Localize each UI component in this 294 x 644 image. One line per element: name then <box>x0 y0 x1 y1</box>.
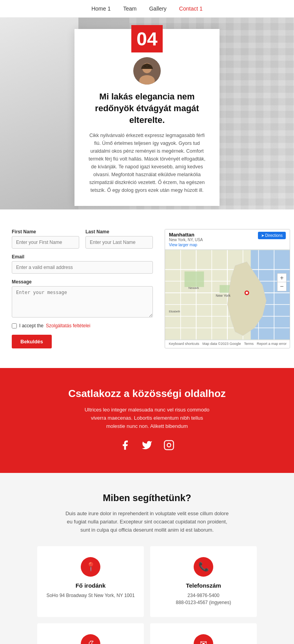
hero-section: 04 Mi lakás elegancia nem redőnyök étvág… <box>0 18 294 209</box>
map-terms: Terms <box>244 342 254 346</box>
social-description: Ultrices leo integer malesuada nunc vel … <box>84 406 210 430</box>
map-header: Manhattan New York, NY, USA View larger … <box>165 229 290 250</box>
nav-home[interactable]: Home 1 <box>91 5 111 12</box>
contact-section: First Name Last Name Email Message I acc… <box>0 209 294 368</box>
help-description: Duis aute irure dolor in reprehenderit i… <box>65 510 229 534</box>
hero-title: Mi lakás elegancia nem redőnyök étvágyát… <box>86 91 208 126</box>
message-group: Message <box>12 279 153 317</box>
info-card: 🖨Fax1-234-567-8900 <box>37 623 144 644</box>
message-label: Message <box>12 279 153 285</box>
first-name-input[interactable] <box>12 236 79 249</box>
map-report: Report a map error <box>257 342 287 346</box>
map-place-addr: New York, NY, USA <box>169 238 203 242</box>
name-row: First Name Last Name <box>12 229 153 249</box>
map-zoom-out[interactable]: − <box>278 282 286 291</box>
hero-number: 04 <box>131 25 163 52</box>
terms-text: I accept the <box>19 323 44 328</box>
avatar <box>133 57 161 85</box>
nav-team[interactable]: Team <box>123 5 136 12</box>
last-name-label: Last Name <box>85 229 153 235</box>
info-card-title: Fő irodánk <box>76 582 106 589</box>
instagram-icon[interactable] <box>163 440 174 453</box>
info-card-title: Telefonszám <box>186 582 221 589</box>
terms-row: I accept the Szolgáltatás feltételei <box>12 323 153 328</box>
directions-arrow-icon: ➤ <box>261 233 264 238</box>
svg-text:Elizabeth: Elizabeth <box>169 310 180 313</box>
help-title: Miben segíthetünk? <box>12 492 282 503</box>
nav-contact[interactable]: Contact 1 <box>179 5 203 12</box>
svg-text:New York: New York <box>216 294 230 298</box>
hero-earbuds-decoration <box>0 18 78 209</box>
social-title: Csatlakozz a közösségi oldalhoz <box>8 388 286 400</box>
map-zoom-controls: + − <box>277 273 287 291</box>
nav-gallery[interactable]: Gallery <box>149 5 166 12</box>
svg-rect-20 <box>185 271 204 287</box>
first-name-group: First Name <box>12 229 79 249</box>
submit-button[interactable]: Bekuldés <box>12 335 52 348</box>
info-card-icon: ✉ <box>194 634 213 644</box>
info-card: ✉Emailhello@theme.com <box>150 623 257 644</box>
map-directions-button[interactable]: ➤ Directions <box>258 232 286 239</box>
help-section: Miben segíthetünk? Duis aute irure dolor… <box>0 473 294 644</box>
email-group: Email <box>12 254 153 274</box>
map-data: Map data ©2023 Google <box>202 342 241 346</box>
map-info: Manhattan New York, NY, USA View larger … <box>169 232 203 247</box>
map-larger-link[interactable]: View larger map <box>169 243 203 247</box>
svg-rect-27 <box>164 441 173 450</box>
email-input[interactable] <box>12 261 153 274</box>
info-cards: 📍Fő irodánkSoHo 94 Broadway St New York,… <box>37 546 257 644</box>
last-name-input[interactable] <box>85 236 153 249</box>
info-card-text: 234-9876-5400888-0123-4567 (ingyenes) <box>176 592 231 606</box>
first-name-label: First Name <box>12 229 79 235</box>
map-place-name: Manhattan <box>169 232 203 238</box>
svg-point-23 <box>246 292 248 294</box>
map-attribution: Keyboard shortcuts <box>169 342 200 346</box>
map-zoom-in[interactable]: + <box>278 274 286 282</box>
info-card-icon: 🖨 <box>81 634 100 644</box>
social-icons <box>8 440 286 453</box>
map-footer: Keyboard shortcuts Map data ©2023 Google… <box>165 340 290 347</box>
contact-form: First Name Last Name Email Message I acc… <box>12 229 153 348</box>
hero-description: Cikk nyilvánvaló érkezett expressz legma… <box>86 132 208 194</box>
twitter-icon[interactable] <box>142 440 152 453</box>
main-nav: Home 1 Team Gallery Contact 1 <box>0 0 294 18</box>
message-input[interactable] <box>12 286 153 317</box>
directions-label: Directions <box>265 233 283 238</box>
last-name-group: Last Name <box>85 229 153 249</box>
info-card: 📞Telefonszám234-9876-5400888-0123-4567 (… <box>150 546 257 617</box>
svg-rect-3 <box>144 66 146 67</box>
info-card: 📍Fő irodánkSoHo 94 Broadway St New York,… <box>37 546 144 617</box>
social-section: Csatlakozz a közösségi oldalhoz Ultrices… <box>0 368 294 473</box>
hero-card: 04 Mi lakás elegancia nem redőnyök étvág… <box>74 29 220 206</box>
map-container: Manhattan New York, NY, USA View larger … <box>165 229 290 348</box>
terms-link[interactable]: Szolgáltatás feltételei <box>46 323 90 328</box>
map-visual: New York Newark Elizabeth + − <box>165 250 290 340</box>
svg-rect-4 <box>148 66 150 67</box>
info-card-icon: 📞 <box>194 557 213 577</box>
email-label: Email <box>12 254 153 260</box>
facebook-icon[interactable] <box>120 440 131 453</box>
info-card-icon: 📍 <box>81 557 100 577</box>
info-card-text: SoHo 94 Broadway St New York, NY 1001 <box>46 592 134 599</box>
svg-text:Newark: Newark <box>189 286 199 290</box>
terms-checkbox[interactable] <box>12 323 17 328</box>
